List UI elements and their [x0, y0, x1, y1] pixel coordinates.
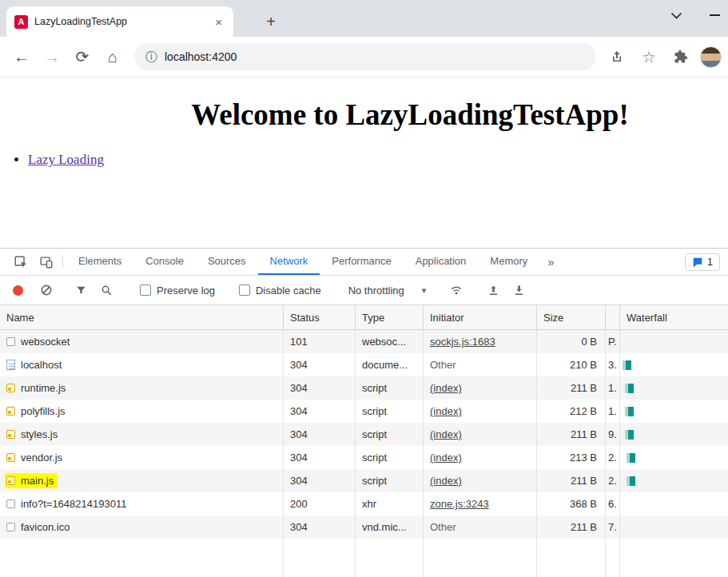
column-header-time[interactable] — [606, 305, 620, 329]
initiator-link[interactable]: (index) — [424, 376, 537, 400]
disable-cache-checkbox[interactable]: Disable cache — [239, 285, 321, 296]
throttling-select[interactable]: No throttling ▾ — [348, 285, 427, 296]
filter-icon[interactable] — [69, 279, 93, 301]
issues-counter[interactable]: 1 — [685, 253, 720, 271]
import-har-icon[interactable] — [481, 279, 505, 301]
time-cell: 6. — [606, 492, 620, 515]
network-request-row[interactable]: localhost304docume...Other210 B3. — [0, 353, 728, 376]
network-request-row[interactable]: vendor.js304script(index)213 B2. — [0, 446, 728, 469]
waterfall-cell — [620, 469, 728, 492]
column-header-name[interactable]: Name — [0, 305, 284, 329]
column-header-status[interactable]: Status — [284, 305, 356, 329]
devtools-tab-performance[interactable]: Performance — [320, 249, 403, 275]
preserve-log-checkbox[interactable]: Preserve log — [140, 285, 215, 296]
size-cell: 368 B — [537, 492, 606, 515]
request-name-cell[interactable]: main.js — [0, 469, 284, 492]
request-name-cell[interactable]: info?t=1648214193011 — [0, 492, 284, 515]
size-cell: 211 B — [537, 469, 606, 492]
lazy-loading-link[interactable]: Lazy Loading — [28, 152, 104, 167]
throttling-value: No throttling — [348, 285, 404, 296]
profile-avatar[interactable] — [700, 46, 722, 68]
request-name-cell[interactable]: favicon.ico — [0, 515, 284, 539]
time-cell: 7. — [606, 515, 620, 539]
request-name: polyfills.js — [21, 405, 66, 417]
initiator-link[interactable]: (index) — [424, 469, 537, 492]
share-icon[interactable] — [603, 42, 631, 71]
filler-cell — [537, 539, 606, 577]
network-request-row[interactable]: websocket101websoc...sockjs.js:16830 BP. — [0, 330, 728, 353]
device-toolbar-icon[interactable] — [34, 249, 59, 275]
bookmark-star-icon[interactable]: ☆ — [635, 42, 663, 71]
request-name-cell[interactable]: runtime.js — [0, 376, 284, 400]
search-icon[interactable] — [94, 279, 118, 301]
waterfall-cell — [620, 446, 728, 469]
script-file-icon — [6, 407, 15, 416]
browser-window: A LazyLoadingTestApp × + ← → ⟳ ⌂ ⓘ local… — [0, 0, 728, 267]
forward-icon[interactable]: → — [37, 42, 67, 71]
waterfall-cell — [620, 423, 728, 446]
inspect-element-icon[interactable] — [8, 249, 34, 275]
column-header-initiator[interactable]: Initiator — [424, 305, 537, 329]
waterfall-bar — [623, 360, 631, 370]
column-header-type[interactable]: Type — [356, 305, 424, 329]
devtools-tab-elements[interactable]: Elements — [66, 249, 133, 275]
issues-count: 1 — [707, 257, 713, 268]
status-cell: 304 — [284, 353, 356, 376]
status-cell: 304 — [284, 423, 356, 446]
script-file-icon — [6, 384, 15, 392]
request-name-cell[interactable]: vendor.js — [0, 446, 284, 469]
window-minimize-button[interactable] — [710, 14, 720, 16]
column-header-waterfall[interactable]: Waterfall — [620, 305, 728, 329]
network-request-row[interactable]: main.js304script(index)211 B2. — [0, 469, 728, 492]
filler-cell — [356, 539, 424, 577]
request-name-cell[interactable]: styles.js — [0, 423, 284, 446]
initiator-link[interactable]: sockjs.js:1683 — [424, 330, 537, 353]
clear-icon[interactable] — [34, 279, 58, 301]
devtools-tab-sources[interactable]: Sources — [196, 249, 258, 275]
page-title: Welcome to LazyLoadingTestApp! — [0, 97, 728, 132]
preserve-log-label: Preserve log — [157, 285, 215, 296]
type-cell: script — [356, 469, 424, 492]
export-har-icon[interactable] — [507, 279, 531, 301]
size-cell: 211 B — [537, 376, 606, 400]
request-name-cell[interactable]: polyfills.js — [0, 400, 284, 423]
devtools-tab-application[interactable]: Application — [404, 249, 479, 275]
type-cell: xhr — [356, 492, 424, 515]
disable-cache-label: Disable cache — [256, 285, 321, 296]
devtools-tab-memory[interactable]: Memory — [478, 249, 539, 275]
time-cell: 9. — [606, 423, 620, 446]
new-tab-button[interactable]: + — [261, 11, 281, 32]
window-chevron-icon[interactable] — [670, 12, 682, 19]
request-name-cell[interactable]: websocket — [0, 330, 284, 353]
network-request-row[interactable]: styles.js304script(index)211 B9. — [0, 423, 728, 446]
home-icon[interactable]: ⌂ — [97, 42, 128, 71]
request-name: favicon.ico — [21, 521, 70, 533]
network-request-row[interactable]: polyfills.js304script(index)212 B1. — [0, 400, 728, 423]
devtools-tab-network[interactable]: Network — [258, 249, 320, 275]
network-request-row[interactable]: favicon.ico304vnd.mic...Other211 B7. — [0, 515, 728, 539]
generic-file-icon — [6, 337, 15, 346]
extensions-puzzle-icon[interactable] — [666, 42, 695, 71]
initiator-link[interactable]: (index) — [424, 400, 537, 423]
request-name: runtime.js — [21, 382, 66, 394]
browser-tab[interactable]: A LazyLoadingTestApp × — [6, 6, 233, 37]
type-cell: docume... — [356, 353, 424, 376]
waterfall-bar — [625, 384, 634, 393]
network-request-row[interactable]: runtime.js304script(index)211 B1. — [0, 376, 728, 400]
more-tabs-icon[interactable]: » — [539, 249, 562, 275]
network-conditions-icon[interactable] — [444, 279, 468, 301]
reload-icon[interactable]: ⟳ — [67, 42, 97, 71]
request-name-cell[interactable]: localhost — [0, 353, 284, 376]
network-request-row[interactable]: info?t=1648214193011200xhrzone.js:324336… — [0, 492, 728, 515]
back-icon[interactable]: ← — [6, 42, 37, 71]
initiator-link[interactable]: (index) — [424, 423, 537, 446]
devtools-tab-console[interactable]: Console — [133, 249, 196, 275]
initiator-link[interactable]: zone.js:3243 — [424, 492, 537, 515]
tab-close-icon[interactable]: × — [212, 15, 225, 29]
column-header-size[interactable]: Size — [537, 305, 606, 329]
address-bar[interactable]: ⓘ localhost:4200 — [134, 43, 596, 70]
site-info-icon[interactable]: ⓘ — [145, 50, 157, 65]
status-cell: 101 — [284, 330, 356, 353]
record-button[interactable] — [13, 285, 23, 296]
initiator-link[interactable]: (index) — [424, 446, 537, 469]
